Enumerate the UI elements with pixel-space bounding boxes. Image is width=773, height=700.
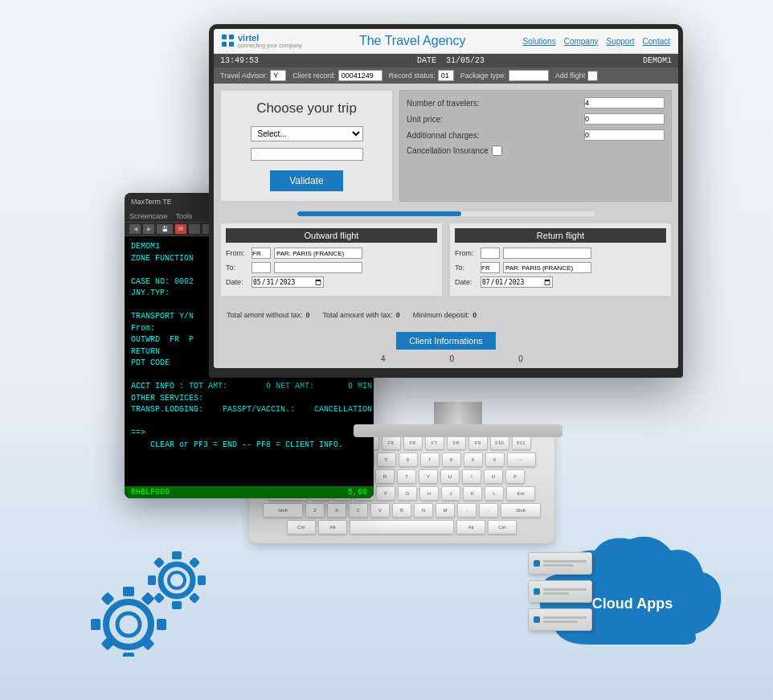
progress-fill [297,211,461,216]
gear-group [76,544,213,660]
nav-company[interactable]: Company [564,37,599,46]
terminal-status-bar: RHBLF000 5,60 [125,486,374,498]
return-to-dest-input[interactable] [503,262,591,273]
key-x[interactable]: X [327,503,346,518]
key-6[interactable]: 6 [399,452,418,467]
key-g[interactable]: G [398,486,417,501]
outward-date-input[interactable] [252,276,324,288]
key-f6[interactable]: F6 [403,436,423,450]
return-to-code-input[interactable] [481,262,500,273]
outward-from-label: From: [226,249,248,257]
key-5[interactable]: 5 [377,452,396,467]
key-shift-left[interactable]: Shift [263,503,303,518]
key-r[interactable]: R [375,469,395,484]
key-space[interactable] [350,520,454,534]
browser-navbar: virtel connecting your company The Trave… [214,29,678,54]
key-0[interactable]: 0 [485,452,505,467]
num-travelers-input[interactable] [584,97,665,108]
key-j[interactable]: J [441,486,460,501]
terminal-forward-btn[interactable]: ▶ [143,224,154,234]
server-lines-1 [543,560,587,567]
term-line-10: ACCT INFO : TOT AMT: 0 NET AMT: 0 MIN.DE… [131,381,367,393]
unit-price-row: Unit price: [407,113,665,125]
key-9[interactable]: 9 [464,452,483,467]
return-to-label: To: [455,264,477,272]
key-n[interactable]: N [414,503,433,518]
return-from-code-input[interactable] [481,248,500,259]
add-flight-checkbox[interactable] [587,71,598,81]
server-dot-3 [534,616,540,623]
nav-support[interactable]: Support [607,37,635,46]
terminal-menu-screencase[interactable]: Screencase [129,212,168,220]
key-f8[interactable]: F8 [447,436,466,450]
key-period[interactable]: . [479,503,498,518]
key-o[interactable]: O [484,469,503,484]
cloud-apps-group: Cloud Apps [540,528,725,668]
key-f[interactable]: F [376,486,395,501]
key-ctrl-left[interactable]: Ctrl [287,520,316,534]
terminal-back-btn[interactable]: ◀ [129,224,141,234]
key-z[interactable]: Z [305,503,325,518]
trip-text-input[interactable] [251,148,363,161]
agency-title: The Travel Agency [309,34,517,48]
client-record-input[interactable] [338,70,382,81]
additional-charges-input[interactable] [584,129,665,141]
outward-from-code-input[interactable] [252,248,271,259]
outward-from-dest-input[interactable] [274,248,362,259]
key-p[interactable]: P [505,469,525,484]
key-y[interactable]: Y [419,469,438,484]
unit-price-input[interactable] [584,113,665,125]
key-7[interactable]: 7 [420,452,440,467]
status-date: DATE 31/05/23 [417,56,485,65]
key-b[interactable]: B [392,503,411,518]
total-with-tax: Total amount with tax: 0 [323,311,400,319]
server-stack [528,552,592,631]
record-status-input[interactable] [438,70,454,81]
key-f11[interactable]: F11 [512,436,531,450]
cancellation-checkbox[interactable] [492,145,502,156]
key-i[interactable]: I [462,469,481,484]
key-8[interactable]: 8 [442,452,461,467]
choose-trip-title: Choose your trip [256,100,357,117]
key-comma[interactable]: , [457,503,476,518]
svg-point-4 [106,602,151,647]
terminal-mail-icon: ✉ [175,224,186,234]
key-k[interactable]: K [463,486,482,501]
key-h[interactable]: H [419,486,439,501]
key-m[interactable]: M [436,503,455,518]
nav-contact[interactable]: Contact [643,37,670,46]
key-c[interactable]: C [349,503,368,518]
key-l[interactable]: L [485,486,504,501]
key-v[interactable]: V [370,503,390,518]
outward-to-dest-input[interactable] [274,262,362,273]
outward-to-code-input[interactable] [252,262,271,273]
return-from-dest-input[interactable] [503,248,591,259]
key-enter[interactable]: Ent [506,486,535,501]
key-f10[interactable]: F10 [490,436,509,450]
term-line-13: ==> [131,428,367,440]
key-backspace[interactable]: ← [507,452,536,467]
key-u[interactable]: U [440,469,460,484]
key-f5[interactable]: F5 [382,436,401,450]
key-ctrl-right[interactable]: Ctrl [488,520,517,534]
trip-select[interactable]: Select... [251,126,363,141]
key-f7[interactable]: F7 [425,436,444,450]
totals-numbers-row: 4 0 0 [220,354,672,363]
client-info-button[interactable]: Client Informations [396,332,496,350]
svg-rect-20 [153,557,165,568]
return-date-input[interactable] [481,276,553,288]
svg-rect-6 [123,587,134,596]
nav-solutions[interactable]: Solutions [523,37,556,46]
status-terminal-id: DEMOM1 [643,56,672,65]
return-from-row: From: [455,248,666,259]
key-alt-right[interactable]: Alt [456,520,485,534]
key-f9[interactable]: F9 [468,436,488,450]
package-type-input[interactable] [509,70,549,81]
key-t[interactable]: T [397,469,416,484]
key-alt-left[interactable]: Alt [318,520,347,534]
key-shift-right[interactable]: Shift [501,503,541,518]
validate-button[interactable]: Validate [270,170,342,191]
svg-rect-18 [148,575,156,585]
terminal-menu-tools[interactable]: Tools [176,212,193,220]
travel-advisor-input[interactable] [270,70,286,81]
